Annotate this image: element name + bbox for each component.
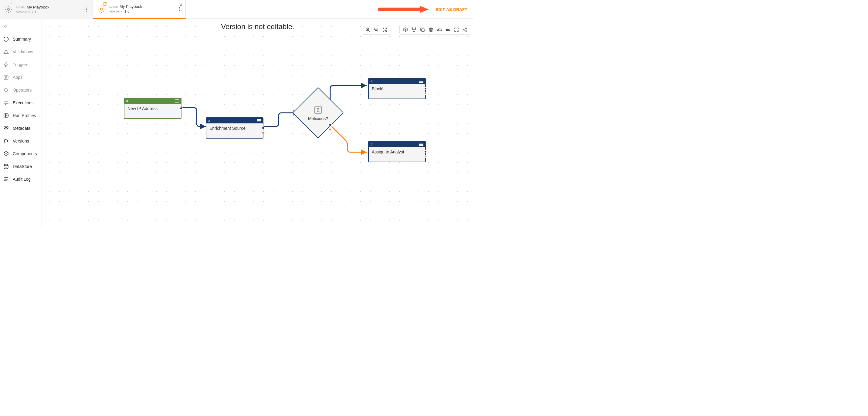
- tab-close-button[interactable]: X: [180, 2, 182, 7]
- output-port-orange[interactable]: [424, 92, 427, 95]
- zoom-out-icon[interactable]: [374, 27, 379, 32]
- svg-point-13: [415, 28, 416, 29]
- tab-menu-button[interactable]: [177, 7, 182, 11]
- node-label: Block!: [369, 84, 425, 99]
- tab-text: NAMEMy Playbook VERSION1.6: [109, 4, 177, 14]
- node-label: Enrichment Source: [206, 124, 263, 138]
- sidebar-item-triggers[interactable]: Triggers: [0, 58, 41, 71]
- node-menu-icon[interactable]: [257, 119, 261, 122]
- align-icon[interactable]: [411, 27, 417, 32]
- node-menu-icon[interactable]: [175, 99, 179, 102]
- pin-icon: [10, 2, 13, 7]
- node-hash: #: [371, 79, 373, 83]
- svg-point-21: [466, 28, 466, 29]
- output-port[interactable]: [180, 107, 183, 110]
- sidebar-item-label: Executions: [13, 100, 33, 105]
- sidebar-item-run-profiles[interactable]: Run Profiles: [0, 109, 41, 122]
- tab-playbook-1[interactable]: NAMEMy Playbook VERSION2.1: [0, 0, 93, 19]
- output-port-orange[interactable]: [261, 131, 265, 134]
- edit-as-draft-button[interactable]: EDIT AS DRAFT: [436, 7, 467, 12]
- tab-name-label: NAME: [109, 5, 118, 8]
- sidebar-item-datastore[interactable]: DataStore: [0, 160, 41, 173]
- sidebar-item-label: Validations: [13, 49, 33, 54]
- sidebar-item-summary[interactable]: Summary: [0, 33, 41, 45]
- svg-point-5: [5, 127, 6, 128]
- output-port-blue[interactable]: [424, 87, 427, 90]
- sidebar-item-label: Triggers: [13, 62, 28, 67]
- diamond-port-blue[interactable]: [329, 124, 332, 127]
- tab-name: My Playbook: [120, 4, 142, 9]
- node-header: #: [369, 78, 425, 84]
- sidebar-item-label: Run Profiles: [13, 113, 36, 118]
- cube-icon[interactable]: [403, 27, 408, 32]
- fullscreen-icon[interactable]: [382, 27, 388, 32]
- tab-name-label: NAME: [17, 5, 25, 8]
- diamond-port-orange[interactable]: [329, 128, 332, 131]
- output-port-blue[interactable]: [424, 150, 427, 153]
- tab-text: NAMEMy Playbook VERSION2.1: [17, 5, 84, 14]
- svg-point-12: [412, 28, 413, 29]
- copy-icon[interactable]: [420, 27, 425, 32]
- svg-point-9: [4, 164, 8, 166]
- header-right: EDIT AS DRAFT: [378, 0, 473, 19]
- tab-version-label: VERSION: [109, 10, 123, 13]
- graph-icon[interactable]: [462, 27, 468, 32]
- svg-point-20: [463, 29, 464, 30]
- toggle-off-icon[interactable]: [437, 27, 442, 32]
- node-menu-icon[interactable]: [419, 143, 423, 146]
- node-header: #: [206, 118, 263, 124]
- node-block[interactable]: # Block!: [368, 78, 426, 99]
- sidebar-item-label: DataStore: [13, 164, 32, 169]
- document-icon: [314, 106, 322, 114]
- svg-point-14: [414, 31, 414, 32]
- zoom-in-icon[interactable]: [365, 27, 371, 32]
- toggle-on-icon[interactable]: [445, 27, 451, 32]
- output-port-orange[interactable]: [424, 155, 427, 158]
- svg-point-19: [448, 29, 450, 30]
- node-enrichment-source[interactable]: # Enrichment Source: [206, 117, 264, 139]
- node-label: New IP Address: [124, 104, 181, 118]
- sidebar-item-label: Audit Log: [13, 177, 31, 182]
- sidebar-item-label: Components: [13, 151, 37, 156]
- node-new-ip-address[interactable]: # New IP Address: [124, 98, 182, 119]
- sidebar-item-validations[interactable]: Validations: [0, 45, 41, 58]
- node-hash: #: [208, 118, 210, 123]
- sidebar-item-apps[interactable]: Apps: [0, 71, 41, 84]
- collapse-sidebar-button[interactable]: [0, 21, 41, 33]
- sidebar-item-operators[interactable]: Operators: [0, 84, 41, 96]
- svg-point-7: [4, 142, 5, 143]
- arrow-annotation: [378, 5, 429, 13]
- tab-version: 1.6: [124, 9, 130, 14]
- sidebar-item-label: Versions: [13, 139, 29, 143]
- svg-rect-15: [422, 29, 424, 32]
- sidebar-item-label: Summary: [13, 37, 31, 41]
- tab-playbook-2[interactable]: NAMEMy Playbook VERSION1.6 X: [93, 0, 186, 19]
- node-header: #: [124, 98, 181, 104]
- sidebar-item-metadata[interactable]: Metadata: [0, 122, 41, 135]
- node-hash: #: [371, 142, 373, 146]
- node-header: #: [369, 142, 425, 147]
- svg-point-4: [4, 113, 8, 118]
- svg-point-22: [466, 31, 466, 32]
- node-label: Assign to Analyst: [369, 147, 425, 162]
- sidebar-item-components[interactable]: Components: [0, 147, 41, 160]
- node-assign-to-analyst[interactable]: # Assign to Analyst: [368, 141, 426, 162]
- readonly-banner: Version is not editable.: [221, 23, 294, 31]
- sidebar-item-label: Apps: [13, 75, 23, 80]
- tab-menu-button[interactable]: [84, 8, 89, 11]
- sidebar-item-label: Metadata: [13, 126, 30, 131]
- output-port-blue[interactable]: [261, 127, 265, 130]
- sidebar-item-executions[interactable]: Executions: [0, 96, 41, 109]
- node-menu-icon[interactable]: [419, 80, 423, 83]
- sidebar-item-versions[interactable]: Versions: [0, 135, 41, 147]
- sidebar: Summary Validations Triggers Apps Operat…: [0, 19, 42, 227]
- expand-icon[interactable]: [454, 27, 459, 32]
- node-decision-malicious[interactable]: Malicious?: [292, 87, 344, 139]
- sidebar-item-audit-log[interactable]: Audit Log: [0, 173, 41, 185]
- zoom-toolbar: [362, 25, 391, 35]
- node-label: Malicious?: [308, 116, 328, 121]
- canvas[interactable]: Version is not editable. # New IP Addres…: [42, 19, 473, 227]
- tab-version-label: VERSION: [17, 11, 30, 14]
- node-hash: #: [126, 99, 128, 103]
- trash-icon[interactable]: [428, 27, 434, 32]
